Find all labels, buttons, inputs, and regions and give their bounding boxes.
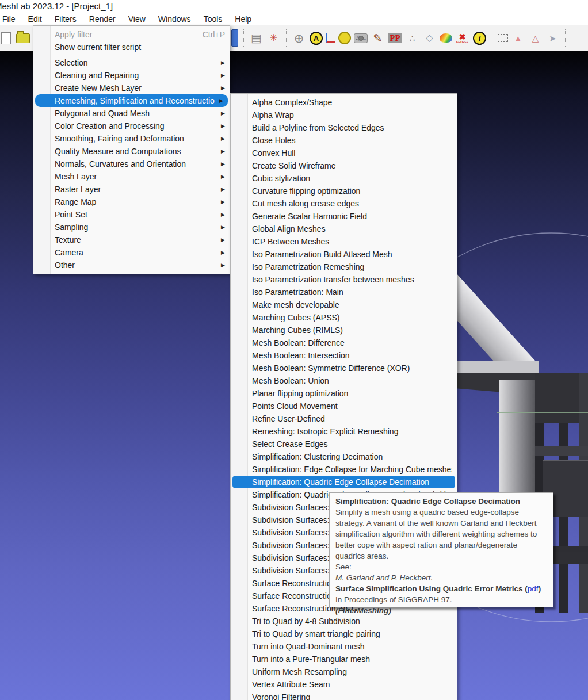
menubar-item-render[interactable]: Render bbox=[83, 13, 122, 25]
submenu-item-alpha-complex-shape[interactable]: Alpha Complex/Shape bbox=[231, 96, 457, 109]
submenu-item-simplification-quadric-edge-collapse-decimation[interactable]: Simplification: Quadric Edge Collapse De… bbox=[232, 476, 455, 488]
quality-mapper-bunny-icon[interactable] bbox=[440, 33, 452, 43]
mesh-model-shelf bbox=[535, 446, 588, 456]
submenu-item-mesh-boolean-symmetric-difference-xor[interactable]: Mesh Boolean: Symmetric Difference (XOR) bbox=[231, 362, 457, 374]
menu-item-other[interactable]: Other▶ bbox=[33, 259, 230, 271]
submenu-item-iso-parametrization-remeshing[interactable]: Iso Parametrization Remeshing bbox=[231, 261, 457, 273]
plane-alignment-icon[interactable]: ◇ bbox=[422, 28, 437, 48]
georef-icon[interactable]: ✖GEOREF bbox=[455, 28, 469, 48]
submenu-item-marching-cubes-apss[interactable]: Marching Cubes (APSS) bbox=[231, 311, 457, 324]
menubar-item-tools[interactable]: Tools bbox=[197, 13, 229, 25]
rectangle-select-icon[interactable] bbox=[498, 34, 508, 42]
menu-item-create-new-mesh-layer[interactable]: Create New Mesh Layer▶ bbox=[33, 82, 230, 94]
submenu-item-vertex-attribute-seam[interactable]: Vertex Attribute Seam bbox=[231, 678, 457, 691]
submenu-item-tri-to-quad-by-4-8-subdivision[interactable]: Tri to Quad by 4-8 Subdivision bbox=[231, 615, 457, 628]
submenu-item-planar-flipping-optimization[interactable]: Planar flipping optimization bbox=[231, 387, 457, 400]
menubar-item-view[interactable]: View bbox=[122, 13, 152, 25]
submenu-item-points-cloud-movement[interactable]: Points Cloud Movement bbox=[231, 400, 457, 412]
menu-item-texture[interactable]: Texture▶ bbox=[33, 234, 230, 246]
menu-item-label: Mesh Boolean: Difference bbox=[252, 338, 452, 347]
submenu-item-turn-into-quad-dominant-mesh[interactable]: Turn into Quad-Dominant mesh bbox=[231, 640, 457, 653]
submenu-arrow-icon: ▶ bbox=[221, 123, 225, 129]
menu-item-color-creation-and-processing[interactable]: Color Creation and Processing▶ bbox=[33, 120, 230, 132]
raster-alignment-icon[interactable]: Raster Alignment bbox=[354, 33, 368, 43]
menu-item-smoothing-fairing-and-deformation[interactable]: Smoothing, Fairing and Deformation▶ bbox=[33, 132, 230, 145]
select-vertices-icon[interactable]: △ bbox=[528, 28, 543, 48]
axes-widget-icon[interactable] bbox=[326, 33, 335, 43]
measuring-tape-icon[interactable] bbox=[338, 32, 351, 44]
menu-item-sampling[interactable]: Sampling▶ bbox=[33, 221, 230, 234]
menu-item-quality-measure-and-computations[interactable]: Quality Measure and Computations▶ bbox=[33, 145, 230, 158]
submenu-item-cut-mesh-along-crease-edges[interactable]: Cut mesh along crease edges bbox=[231, 197, 457, 210]
submenu-item-turn-into-a-pure-triangular-mesh[interactable]: Turn into a Pure-Triangular mesh bbox=[231, 653, 457, 665]
menu-item-label: Camera bbox=[55, 248, 216, 257]
menu-item-mesh-layer[interactable]: Mesh Layer▶ bbox=[33, 170, 230, 183]
submenu-item-simplification-clustering-decimation[interactable]: Simplification: Clustering Decimation bbox=[231, 450, 457, 463]
menu-item-camera[interactable]: Camera▶ bbox=[33, 246, 230, 259]
submenu-item-curvature-flipping-optimization[interactable]: Curvature flipping optimization bbox=[231, 185, 457, 197]
submenu-item-cubic-stylization[interactable]: Cubic stylization bbox=[231, 172, 457, 185]
submenu-item-convex-hull[interactable]: Convex Hull bbox=[231, 147, 457, 159]
submenu-item-simplification-edge-collapse-for-marching-cube-meshes[interactable]: Simplification: Edge Collapse for Marchi… bbox=[231, 463, 457, 476]
submenu-item-uniform-mesh-resampling[interactable]: Uniform Mesh Resampling bbox=[231, 665, 457, 678]
submenu-item-mesh-boolean-difference[interactable]: Mesh Boolean: Difference bbox=[231, 336, 457, 349]
menu-item-label: Mesh Boolean: Union bbox=[252, 376, 452, 385]
menu-item-selection[interactable]: Selection▶ bbox=[33, 56, 230, 69]
submenu-item-build-a-polyline-from-selected-edges[interactable]: Build a Polyline from Selected Edges bbox=[231, 121, 457, 134]
submenu-item-tri-to-quad-by-smart-triangle-pairing[interactable]: Tri to Quad by smart triangle pairing bbox=[231, 628, 457, 640]
menu-item-show-current-filter-script[interactable]: Show current filter script bbox=[33, 41, 230, 53]
save-snapshot-icon[interactable] bbox=[231, 29, 238, 47]
menu-item-raster-layer[interactable]: Raster Layer▶ bbox=[33, 183, 230, 196]
submenu-item-global-align-meshes[interactable]: Global Align Meshes bbox=[231, 223, 457, 235]
submenu-item-iso-parametrization-build-atlased-mesh[interactable]: Iso Parametrization Build Atlased Mesh bbox=[231, 248, 457, 261]
zpaint-brush-icon[interactable]: ✎ bbox=[371, 28, 385, 48]
show-trackball-icon-glyph: ⊕ bbox=[294, 32, 304, 44]
menu-item-cleaning-and-repairing[interactable]: Cleaning and Repairing▶ bbox=[33, 69, 230, 82]
submenu-item-voronoi-filtering[interactable]: Voronoi Filtering bbox=[231, 691, 457, 700]
menu-item-apply-filter[interactable]: Apply filterCtrl+P bbox=[33, 28, 230, 41]
submenu-arrow-icon: ▶ bbox=[221, 237, 225, 243]
submenu-item-mesh-boolean-intersection[interactable]: Mesh Boolean: Intersection bbox=[231, 349, 457, 362]
show-axis-icon[interactable]: ✳ bbox=[266, 28, 281, 48]
submenu-arrow-icon: ▶ bbox=[221, 250, 225, 255]
menu-item-point-set[interactable]: Point Set▶ bbox=[33, 208, 230, 221]
point-picking-icon[interactable]: ∴ bbox=[405, 28, 419, 48]
show-trackball-icon[interactable]: ⊕ bbox=[292, 28, 306, 48]
submenu-item-create-solid-wireframe[interactable]: Create Solid Wireframe bbox=[231, 159, 457, 172]
menu-item-label: Texture bbox=[55, 235, 216, 244]
pickpoints-plugin-icon[interactable]: PP bbox=[388, 28, 402, 48]
menubar-item-filters[interactable]: Filters bbox=[48, 13, 83, 25]
toolbar-separator bbox=[243, 29, 244, 47]
menu-item-label: Cleaning and Repairing bbox=[55, 71, 216, 80]
menubar-item-help[interactable]: Help bbox=[228, 13, 258, 25]
select-faces-icon[interactable]: ▲ bbox=[511, 28, 525, 48]
menu-item-remeshing-simplification-and-reconstruction[interactable]: Remeshing, Simplification and Reconstruc… bbox=[35, 94, 228, 107]
submenu-item-generate-scalar-harmonic-field[interactable]: Generate Scalar Harmonic Field bbox=[231, 210, 457, 223]
submenu-item-remeshing-isotropic-explicit-remeshing[interactable]: Remeshing: Isotropic Explicit Remeshing bbox=[231, 425, 457, 438]
submenu-item-iso-parametrization-main[interactable]: Iso Parametrization: Main bbox=[231, 286, 457, 299]
menubar-item-file[interactable]: File bbox=[0, 13, 22, 25]
submenu-item-icp-between-meshes[interactable]: ICP Between Meshes bbox=[231, 235, 457, 248]
submenu-item-iso-parametrization-transfer-between-meshes[interactable]: Iso Parametrization transfer between mes… bbox=[231, 273, 457, 286]
submenu-item-mesh-boolean-union[interactable]: Mesh Boolean: Union bbox=[231, 374, 457, 387]
info-icon[interactable]: i bbox=[472, 28, 487, 48]
submenu-item-select-crease-edges[interactable]: Select Crease Edges bbox=[231, 438, 457, 450]
pdf-link[interactable]: pdf bbox=[528, 584, 539, 593]
submenu-arrow-icon: ▶ bbox=[219, 98, 223, 104]
menu-item-range-map[interactable]: Range Map▶ bbox=[33, 196, 230, 208]
show-layers-icon[interactable]: ▤ bbox=[249, 28, 264, 48]
submenu-item-close-holes[interactable]: Close Holes bbox=[231, 134, 457, 147]
menubar-item-windows[interactable]: Windows bbox=[152, 13, 197, 25]
text-annotation-icon[interactable]: A bbox=[309, 28, 323, 48]
menu-item-normals-curvatures-and-orientation[interactable]: Normals, Curvatures and Orientation▶ bbox=[33, 158, 230, 170]
lasso-select-icon[interactable]: ➤ bbox=[545, 28, 560, 48]
submenu-item-make-mesh-developable[interactable]: Make mesh developable bbox=[231, 299, 457, 311]
new-project-icon[interactable] bbox=[1, 32, 11, 44]
submenu-item-refine-user-defined[interactable]: Refine User-Defined bbox=[231, 412, 457, 425]
submenu-item-marching-cubes-rimls[interactable]: Marching Cubes (RIMLS) bbox=[231, 324, 457, 336]
open-project-icon[interactable] bbox=[16, 33, 30, 43]
menubar-item-edit[interactable]: Edit bbox=[22, 13, 48, 25]
menu-item-polygonal-and-quad-mesh[interactable]: Polygonal and Quad Mesh▶ bbox=[33, 107, 230, 120]
submenu-arrow-icon: ▶ bbox=[221, 148, 225, 154]
submenu-item-alpha-wrap[interactable]: Alpha Wrap bbox=[231, 109, 457, 121]
